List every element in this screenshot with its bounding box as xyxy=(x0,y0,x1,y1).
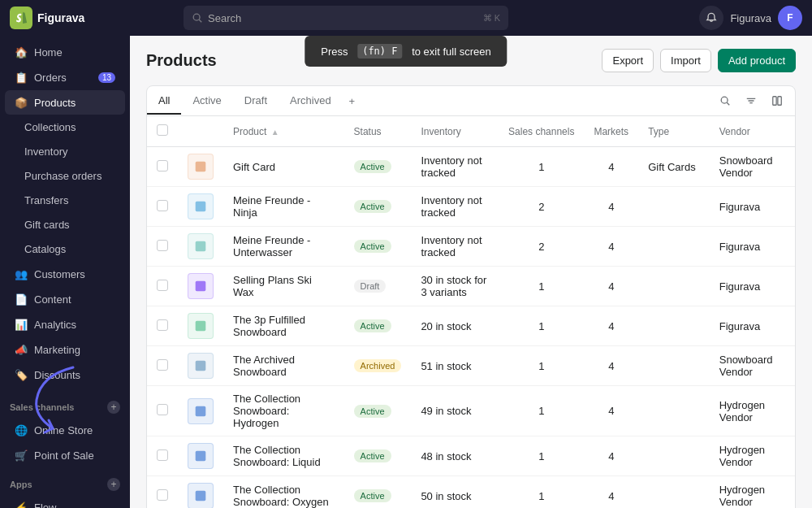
row-checkbox-cell xyxy=(147,147,178,187)
tab-draft[interactable]: Draft xyxy=(233,88,279,115)
sidebar-label-transfers: Transfers xyxy=(24,194,68,206)
row-product-name[interactable]: Selling Plans Ski Wax xyxy=(223,267,344,306)
add-tab-button[interactable]: + xyxy=(343,90,362,112)
products-icon: 📦 xyxy=(15,96,28,109)
svg-line-2 xyxy=(199,20,201,22)
table-row[interactable]: The Collection Snowboard: Oxygen Active … xyxy=(147,476,795,509)
sidebar-item-home[interactable]: 🏠 Home xyxy=(5,40,125,64)
svg-rect-15 xyxy=(196,361,206,371)
sidebar-item-transfers[interactable]: Transfers xyxy=(5,189,125,212)
select-all-header xyxy=(147,116,178,147)
row-product-name[interactable]: The Archived Snowboard xyxy=(223,346,344,386)
sidebar-item-collections[interactable]: Collections xyxy=(5,115,125,139)
shopify-logo: Figurava xyxy=(10,7,84,29)
row-vendor: Figurava xyxy=(710,267,795,306)
select-all-checkbox[interactable] xyxy=(157,124,168,136)
sort-table-icon[interactable] xyxy=(740,89,762,112)
sidebar-item-online-store[interactable]: 🌐 Online Store xyxy=(5,418,125,442)
sidebar-item-content[interactable]: 📄 Content xyxy=(5,287,125,311)
product-thumbnail xyxy=(188,353,214,379)
export-button[interactable]: Export xyxy=(602,49,654,72)
row-type xyxy=(638,306,710,346)
sidebar-item-orders[interactable]: 📋 Orders 13 xyxy=(5,65,125,89)
row-checkbox[interactable] xyxy=(157,319,168,331)
search-table-icon[interactable] xyxy=(714,89,736,112)
row-inventory: 50 in stock xyxy=(411,476,499,509)
row-product-name[interactable]: The Collection Snowboard: Hydrogen xyxy=(223,386,344,436)
row-markets: 4 xyxy=(584,476,638,509)
row-sales-channels: 1 xyxy=(499,346,584,386)
row-checkbox[interactable] xyxy=(157,240,168,251)
table-row[interactable]: Meine Freunde - Unterwasser Active Inven… xyxy=(147,227,795,267)
row-inventory: 48 in stock xyxy=(411,436,499,476)
sidebar-item-flow[interactable]: ⚡ Flow xyxy=(5,495,125,508)
search-shortcut: ⌘ K xyxy=(483,13,500,24)
table-row[interactable]: The 3p Fulfilled Snowboard Active 20 in … xyxy=(147,306,795,346)
sidebar-item-purchase-orders[interactable]: Purchase orders xyxy=(5,164,125,188)
row-vendor: Figurava xyxy=(710,306,795,346)
row-checkbox[interactable] xyxy=(157,160,168,172)
product-thumbnail xyxy=(188,313,214,339)
sidebar-item-catalogs[interactable]: Catalogs xyxy=(5,237,125,261)
import-button[interactable]: Import xyxy=(660,49,711,72)
table-row[interactable]: Selling Plans Ski Wax Draft 30 in stock … xyxy=(147,267,795,306)
sidebar-item-inventory[interactable]: Inventory xyxy=(5,140,125,163)
product-thumbnail xyxy=(188,483,214,508)
sidebar-item-customers[interactable]: 👥 Customers xyxy=(5,262,125,286)
search-bar[interactable]: Search ⌘ K xyxy=(184,6,508,30)
add-sales-channel-btn[interactable]: + xyxy=(107,401,120,414)
status-badge: Active xyxy=(354,489,391,502)
row-checkbox[interactable] xyxy=(157,280,168,291)
sales-channels-label: Sales channels xyxy=(10,402,75,412)
th-vendor: Vendor xyxy=(710,116,795,147)
sidebar-item-gift-cards[interactable]: Gift cards xyxy=(5,213,125,237)
row-product-name[interactable]: The 3p Fulfilled Snowboard xyxy=(223,306,344,346)
tab-all[interactable]: All xyxy=(147,88,181,115)
avatar[interactable]: F xyxy=(778,6,802,30)
row-markets: 4 xyxy=(584,306,638,346)
table-row[interactable]: Gift Card Active Inventory not tracked 1… xyxy=(147,147,795,187)
row-checkbox[interactable] xyxy=(157,489,168,501)
add-app-btn[interactable]: + xyxy=(107,478,120,491)
table-row[interactable]: The Collection Snowboard: Liquid Active … xyxy=(147,436,795,476)
sidebar-item-point-of-sale[interactable]: 🛒 Point of Sale xyxy=(5,443,125,467)
top-bar: Figurava Search ⌘ K Figurava F xyxy=(0,0,812,36)
main-content: Products Export Import Add product All A… xyxy=(130,36,812,508)
row-type xyxy=(638,436,710,476)
discounts-icon: 🏷️ xyxy=(15,368,28,381)
row-product-name[interactable]: The Collection Snowboard: Oxygen xyxy=(223,476,344,509)
row-status: Active xyxy=(344,227,412,267)
sidebar-item-products[interactable]: 📦 Products xyxy=(5,90,125,115)
pos-icon: 🛒 xyxy=(15,449,28,462)
row-type xyxy=(638,386,710,436)
sidebar-item-discounts[interactable]: 🏷️ Discounts xyxy=(5,363,125,387)
row-checkbox[interactable] xyxy=(157,359,168,371)
table-row[interactable]: The Archived Snowboard Archived 51 in st… xyxy=(147,346,795,386)
status-badge: Draft xyxy=(354,280,387,293)
sidebar-item-marketing[interactable]: 📣 Marketing xyxy=(5,337,125,362)
row-product-name[interactable]: Meine Freunde - Ninja xyxy=(223,187,344,227)
add-product-button[interactable]: Add product xyxy=(718,49,796,72)
row-checkbox[interactable] xyxy=(157,404,168,415)
row-checkbox[interactable] xyxy=(157,449,168,461)
table-row[interactable]: The Collection Snowboard: Hydrogen Activ… xyxy=(147,386,795,436)
row-product-name[interactable]: Meine Freunde - Unterwasser xyxy=(223,227,344,267)
notification-icon[interactable] xyxy=(699,6,723,30)
row-markets: 4 xyxy=(584,346,638,386)
apps-label: Apps xyxy=(10,480,32,489)
tab-active[interactable]: Active xyxy=(181,88,232,115)
row-checkbox[interactable] xyxy=(157,200,168,211)
th-status: Status xyxy=(344,116,412,147)
tab-archived[interactable]: Archived xyxy=(279,88,343,115)
row-vendor: Snowboard Vendor xyxy=(710,147,795,187)
product-thumbnail xyxy=(188,154,214,180)
th-product[interactable]: Product ▲ xyxy=(223,116,344,147)
row-checkbox-cell xyxy=(147,267,178,306)
sidebar-item-analytics[interactable]: 📊 Analytics xyxy=(5,312,125,336)
row-product-name[interactable]: Gift Card xyxy=(223,147,344,187)
table-row[interactable]: Meine Freunde - Ninja Active Inventory n… xyxy=(147,187,795,227)
svg-rect-13 xyxy=(196,281,206,292)
row-checkbox-cell xyxy=(147,227,178,267)
row-product-name[interactable]: The Collection Snowboard: Liquid xyxy=(223,436,344,476)
columns-table-icon[interactable] xyxy=(766,89,788,112)
